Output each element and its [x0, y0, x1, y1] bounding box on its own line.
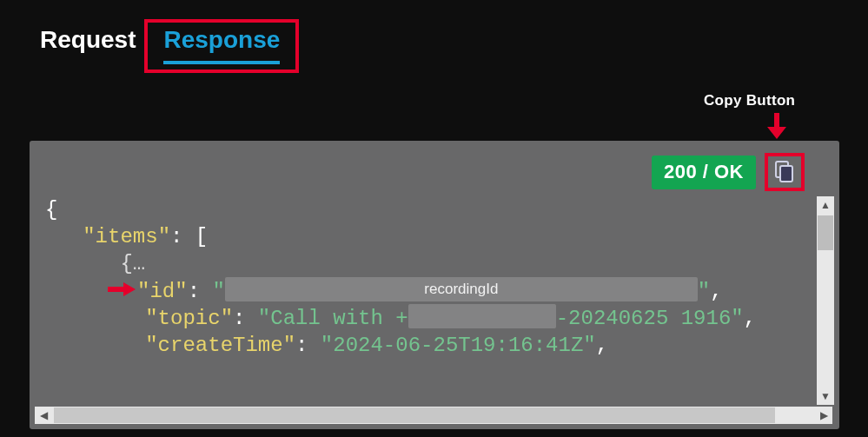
json-value-topic-suffix: -20240625 1916" [556, 307, 744, 330]
chevron-left-icon: ◀ [40, 410, 48, 420]
tabs-row: Request Response [35, 19, 299, 73]
tab-response-underline [163, 61, 280, 64]
copy-icon [775, 161, 794, 183]
json-quote: " [698, 280, 710, 303]
status-row: 200 / OK [652, 153, 805, 191]
response-body[interactable]: { "items": [ {… "id": "recordingId", "to… [35, 196, 815, 405]
redacted-phone-number [408, 304, 556, 328]
horizontal-scroll-thumb[interactable] [54, 407, 775, 423]
annotation-highlight-copy [765, 153, 805, 191]
vertical-scrollbar[interactable]: ▲ ▼ [817, 196, 834, 405]
json-value-createtime: "2024-06-25T19:16:41Z" [321, 334, 596, 357]
annotation-highlight-response: Response [144, 19, 299, 73]
horizontal-scrollbar[interactable]: ◀ ▶ [35, 407, 832, 424]
code-area: { "items": [ {… "id": "recordingId", "to… [35, 196, 834, 424]
scroll-down-button[interactable]: ▼ [817, 387, 834, 405]
annotation-arrow-id [108, 282, 136, 296]
json-key-createtime: "createTime" [145, 334, 295, 357]
json-colon: : [233, 307, 258, 330]
redacted-recording-id: recordingId [225, 277, 698, 301]
chevron-right-icon: ▶ [820, 410, 828, 420]
json-bracket-open: [ [195, 225, 208, 248]
scroll-right-button[interactable]: ▶ [815, 407, 832, 424]
json-comma: , [744, 307, 756, 330]
json-colon: : [170, 225, 195, 248]
json-comma: , [596, 334, 608, 357]
svg-rect-1 [780, 166, 792, 182]
json-brace-open: { [45, 198, 57, 222]
chevron-down-icon: ▼ [820, 391, 831, 401]
json-colon: : [188, 280, 213, 303]
scroll-up-button[interactable]: ▲ [817, 196, 834, 214]
tab-request[interactable]: Request [35, 19, 141, 63]
response-panel: 200 / OK { "items": [ {… "id": "recordin… [30, 141, 839, 429]
chevron-up-icon: ▲ [820, 200, 831, 210]
json-comma: , [710, 280, 722, 303]
json-quote: " [212, 280, 224, 303]
annotation-copy-label: Copy Button [704, 92, 795, 109]
json-key-topic: "topic" [145, 307, 233, 330]
scroll-left-button[interactable]: ◀ [35, 407, 52, 424]
json-key-id: "id" [137, 280, 188, 303]
copy-button[interactable] [772, 159, 797, 185]
json-colon: : [295, 334, 321, 357]
json-key-items: "items" [83, 225, 170, 248]
json-value-topic-prefix: "Call with + [258, 307, 408, 330]
tab-response[interactable]: Response [163, 26, 280, 57]
vertical-scroll-thumb[interactable] [818, 215, 833, 250]
annotation-copy-arrow [769, 113, 785, 137]
json-object-collapsed[interactable]: {… [120, 252, 145, 275]
status-badge: 200 / OK [652, 156, 756, 189]
